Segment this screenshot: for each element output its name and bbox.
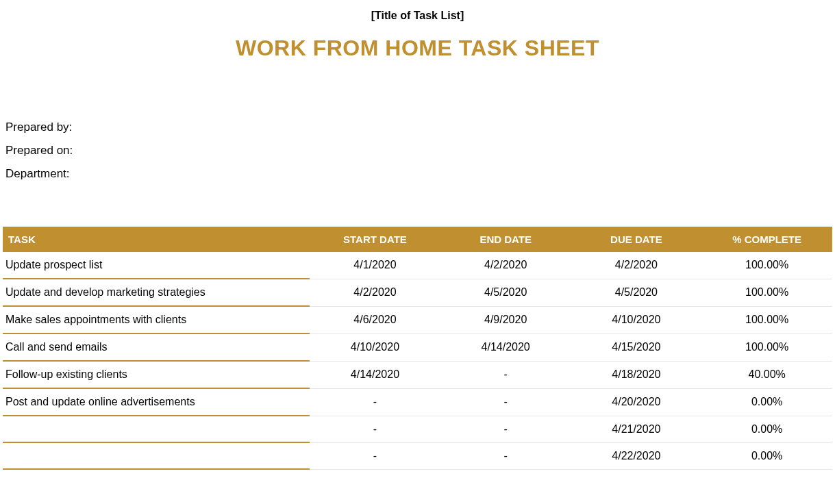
cell-task: Call and send emails [3, 333, 310, 361]
cell-percent-complete: 100.00% [701, 333, 832, 361]
main-title: WORK FROM HOME TASK SHEET [3, 36, 832, 61]
header-task: TASK [3, 227, 310, 252]
cell-end-date: - [440, 416, 571, 442]
cell-start-date: 4/1/2020 [310, 252, 440, 279]
table-row: Post and update online advertisements - … [3, 388, 832, 416]
cell-due-date: 4/2/2020 [571, 252, 702, 279]
table-row: Update prospect list 4/1/2020 4/2/2020 4… [3, 252, 832, 279]
cell-task: Follow-up existing clients [3, 361, 310, 388]
cell-end-date: 4/5/2020 [440, 279, 571, 306]
cell-task: Update prospect list [3, 252, 310, 279]
cell-end-date: 4/9/2020 [440, 306, 571, 333]
cell-start-date: - [310, 416, 440, 442]
cell-start-date: - [310, 442, 440, 469]
cell-start-date: 4/2/2020 [310, 279, 440, 306]
cell-end-date: - [440, 442, 571, 469]
cell-percent-complete: 100.00% [701, 306, 832, 333]
cell-end-date: - [440, 388, 571, 416]
header-due-date: DUE DATE [571, 227, 702, 252]
cell-task: Post and update online advertisements [3, 388, 310, 416]
table-row: Follow-up existing clients 4/14/2020 - 4… [3, 361, 832, 388]
cell-due-date: 4/10/2020 [571, 306, 702, 333]
placeholder-title: [Title of Task List] [3, 10, 832, 22]
cell-percent-complete: 40.00% [701, 361, 832, 388]
table-header-row: TASK START DATE END DATE DUE DATE % COMP… [3, 227, 832, 252]
header-percent-complete: % COMPLETE [701, 227, 832, 252]
cell-start-date: 4/10/2020 [310, 333, 440, 361]
table-row: - - 4/22/2020 0.00% [3, 442, 832, 469]
task-table: TASK START DATE END DATE DUE DATE % COMP… [3, 227, 832, 470]
table-row: - - 4/21/2020 0.00% [3, 416, 832, 442]
cell-task [3, 416, 310, 442]
table-row: Make sales appointments with clients 4/6… [3, 306, 832, 333]
cell-percent-complete: 0.00% [701, 388, 832, 416]
cell-percent-complete: 100.00% [701, 279, 832, 306]
cell-end-date: 4/2/2020 [440, 252, 571, 279]
cell-due-date: 4/5/2020 [571, 279, 702, 306]
cell-due-date: 4/21/2020 [571, 416, 702, 442]
prepared-on-label: Prepared on: [5, 139, 832, 162]
meta-block: Prepared by: Prepared on: Department: [3, 116, 832, 186]
cell-task [3, 442, 310, 469]
task-sheet-page: [Title of Task List] WORK FROM HOME TASK… [0, 0, 835, 504]
cell-percent-complete: 100.00% [701, 252, 832, 279]
cell-percent-complete: 0.00% [701, 416, 832, 442]
cell-start-date: 4/14/2020 [310, 361, 440, 388]
header-end-date: END DATE [440, 227, 571, 252]
table-row: Update and develop marketing strategies … [3, 279, 832, 306]
cell-end-date: - [440, 361, 571, 388]
cell-percent-complete: 0.00% [701, 442, 832, 469]
cell-end-date: 4/14/2020 [440, 333, 571, 361]
cell-start-date: 4/6/2020 [310, 306, 440, 333]
cell-due-date: 4/20/2020 [571, 388, 702, 416]
header-start-date: START DATE [310, 227, 440, 252]
department-label: Department: [5, 162, 832, 186]
cell-task: Update and develop marketing strategies [3, 279, 310, 306]
cell-due-date: 4/22/2020 [571, 442, 702, 469]
table-row: Call and send emails 4/10/2020 4/14/2020… [3, 333, 832, 361]
cell-due-date: 4/18/2020 [571, 361, 702, 388]
cell-start-date: - [310, 388, 440, 416]
cell-due-date: 4/15/2020 [571, 333, 702, 361]
cell-task: Make sales appointments with clients [3, 306, 310, 333]
prepared-by-label: Prepared by: [5, 116, 832, 139]
